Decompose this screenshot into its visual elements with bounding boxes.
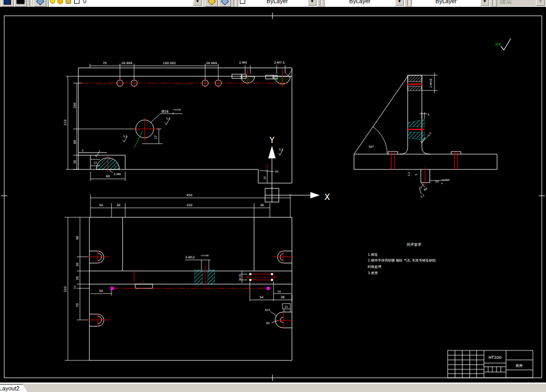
technical-notes: 技术要求 1.铸造 2.铸件不得有砂眼 裂纹 气孔 夹渣等铸造缺陷 时效处理 3… bbox=[368, 243, 436, 275]
linetype-combo[interactable]: ByLayer ▼ bbox=[324, 0, 405, 7]
slot-height: 14.8 bbox=[238, 275, 241, 280]
dim-38: 38 bbox=[280, 295, 285, 299]
toolbar-button-2[interactable] bbox=[14, 0, 27, 7]
note-line-4: 3.发黑 bbox=[368, 271, 378, 275]
cad-drawing[interactable]: 70 29.999 160.002 29.999 2-M5 2-M7.5 210… bbox=[0, 7, 546, 383]
dim-row-250: 250 bbox=[186, 203, 193, 207]
dim-25-tol-dn: 0 bbox=[441, 182, 443, 185]
dim-100: 100 bbox=[73, 103, 76, 109]
dim-left-30a: 30 bbox=[75, 263, 79, 267]
bore-tol-up: +0.018 bbox=[173, 108, 181, 111]
side-hatch-cyan2 bbox=[408, 132, 424, 140]
chevron-down-icon: ▼ bbox=[536, 0, 545, 6]
chevron-down-icon[interactable]: ▼ bbox=[308, 0, 317, 6]
dim-left-70: 70 bbox=[75, 303, 79, 307]
layout-tab-bar: Layout2 bbox=[0, 383, 546, 392]
front-view-centerlines bbox=[82, 69, 288, 172]
layers-icon bbox=[36, 0, 44, 5]
dim-60: 60 bbox=[73, 140, 76, 144]
top-toolbar: 0 ▼ ByLayer ▼ ByLayer ▼ ByLayer ▼ 随层 ▼ bbox=[0, 0, 546, 7]
note-line-2: 2.铸件不得有砂眼 裂纹 气孔 夹渣等铸造缺陷 bbox=[368, 258, 436, 263]
linetype-value: ByLayer bbox=[325, 0, 395, 4]
side-roughness-b: 3.2 bbox=[407, 172, 410, 176]
dome-dim: 12 bbox=[94, 161, 97, 164]
front-view bbox=[66, 64, 292, 183]
surface-finish-note bbox=[501, 38, 511, 50]
color-combo[interactable]: ByLayer ▼ bbox=[238, 0, 318, 7]
dim-29999-right: 29.999 bbox=[206, 61, 217, 65]
dim-29999-left: 29.999 bbox=[122, 61, 133, 65]
thread-2m10: 2-M10 bbox=[429, 78, 432, 88]
layer-lock-icon[interactable] bbox=[66, 0, 71, 4]
tab-layout2[interactable]: Layout2 bbox=[0, 384, 31, 392]
x-axis-arrow bbox=[310, 192, 320, 198]
plan-hatch-left bbox=[195, 270, 203, 284]
side-roughness-c: 3.2 bbox=[420, 194, 425, 198]
layers-dialog-button[interactable] bbox=[34, 0, 46, 7]
part-name-label: 底座 bbox=[515, 364, 523, 368]
plan-hatch-right bbox=[208, 270, 215, 284]
dim-54: 54 bbox=[259, 295, 264, 299]
layer-color-swatch bbox=[74, 0, 79, 4]
bore-callout: Ø16 bbox=[161, 109, 168, 114]
radius-r15: R15 bbox=[265, 308, 270, 311]
drawing-canvas[interactable]: 70 29.999 160.002 29.999 2-M5 2-M7.5 210… bbox=[0, 7, 546, 383]
layer-current-icon bbox=[207, 0, 216, 5]
dim-row-30a: 30 bbox=[116, 203, 120, 207]
notes-title: 技术要求 bbox=[406, 243, 421, 247]
toolbar-button-1[interactable] bbox=[1, 0, 14, 7]
toolbar-separator bbox=[492, 0, 494, 6]
y-axis-label: Y bbox=[269, 136, 275, 145]
ucs-icon bbox=[265, 146, 320, 202]
bore-tol-dn: 0 bbox=[173, 112, 174, 115]
dim-left-30b: 30 bbox=[75, 276, 79, 280]
lineweight-value: ByLayer bbox=[412, 0, 480, 4]
tab-layout2-label: Layout2 bbox=[0, 385, 19, 391]
side-hatch-top2 bbox=[408, 86, 422, 91]
dim-160002: 160.002 bbox=[163, 61, 176, 65]
roughness-foot: 3.2 bbox=[279, 148, 283, 151]
plotstyle-combo: 随层 ▼ bbox=[497, 0, 546, 7]
radius-r5: R5 bbox=[266, 321, 270, 325]
callout-2d12: 2-Ø12 bbox=[185, 255, 195, 259]
side-hatch-cyan1 bbox=[408, 119, 424, 127]
toolbar-separator bbox=[29, 0, 32, 6]
dim-row-50: 50 bbox=[99, 203, 103, 207]
radius-r4: R4 bbox=[423, 187, 428, 192]
dim-left-90: 90 bbox=[75, 236, 79, 240]
plan-view-centerlines bbox=[87, 250, 293, 329]
color-swatch bbox=[240, 0, 245, 4]
dim-5: 5 bbox=[82, 149, 83, 152]
chevron-down-icon[interactable]: ▼ bbox=[193, 0, 202, 6]
dim-row-30b: 30 bbox=[260, 203, 264, 207]
color-value: ByLayer bbox=[247, 0, 308, 4]
make-layer-current-button[interactable] bbox=[205, 0, 218, 7]
ucs-labels: Y X bbox=[269, 136, 330, 202]
chevron-down-icon[interactable]: ▼ bbox=[480, 0, 489, 6]
dim-25: 25 bbox=[435, 180, 439, 183]
layer-combo[interactable]: 0 ▼ bbox=[48, 0, 203, 7]
dim-70: 70 bbox=[103, 61, 107, 65]
dim-17: 17 bbox=[154, 135, 157, 139]
dim-320: 320 bbox=[63, 286, 67, 293]
dim-30b: 30 bbox=[263, 176, 266, 179]
roughness-circle: 3.2 bbox=[123, 135, 127, 138]
dimension-texts: 70 29.999 160.002 29.999 2-M5 2-M7.5 210… bbox=[63, 61, 450, 325]
chevron-down-icon[interactable]: ▼ bbox=[395, 0, 404, 6]
lineweight-combo[interactable]: ByLayer ▼ bbox=[411, 0, 490, 7]
layer-freeze-icon[interactable] bbox=[58, 0, 63, 4]
side-roughness-a: 3.2 bbox=[427, 132, 432, 137]
dim-210: 210 bbox=[63, 119, 67, 126]
layer-on-icon[interactable] bbox=[50, 0, 55, 4]
material-label: HT200 bbox=[489, 355, 502, 360]
roughness-check-icon bbox=[501, 38, 511, 50]
side-dim-5: 5 bbox=[428, 113, 430, 116]
side-view bbox=[354, 73, 497, 194]
callout-2m5: 2-M5 bbox=[239, 61, 247, 64]
bore-roughness: 1.6 bbox=[166, 117, 170, 120]
app-icon bbox=[4, 0, 11, 5]
toolbar-separator bbox=[320, 0, 322, 6]
side-hatch-top1 bbox=[408, 75, 422, 82]
layer-previous-button[interactable] bbox=[218, 0, 231, 7]
plotstyle-value: 随层 bbox=[497, 0, 536, 5]
